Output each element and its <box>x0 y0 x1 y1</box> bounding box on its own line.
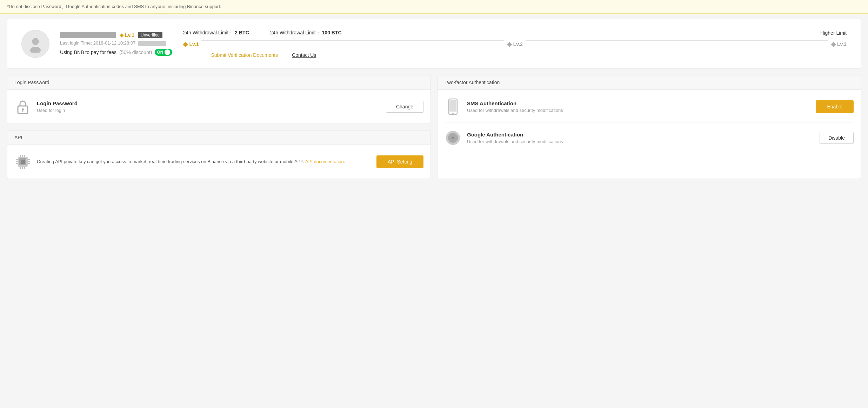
username-blurred <box>60 32 116 38</box>
chip-svg <box>14 153 31 170</box>
login-password-body: Login Password Used for login Change <box>7 90 430 123</box>
svg-rect-11 <box>28 159 30 160</box>
api-description: Creating API private key can get you acc… <box>37 158 371 166</box>
svg-rect-16 <box>24 155 25 157</box>
svg-rect-12 <box>28 161 30 162</box>
sms-auth-title: SMS Authentication <box>467 100 810 106</box>
bnb-fee-row: Using BNB to pay for fees (50% discount)… <box>60 49 172 56</box>
svg-rect-10 <box>16 163 18 164</box>
login-password-section: Login Password L <box>7 75 431 124</box>
level-text: Lv.1 <box>125 32 134 38</box>
progress-line-2 <box>526 40 828 41</box>
content-grid: Login Password L <box>7 75 861 179</box>
progress-line-1 <box>201 40 504 41</box>
api-desc-text: Creating API private key can get you acc… <box>37 159 304 164</box>
api-section: API <box>7 130 431 179</box>
api-text: Creating API private key can get you acc… <box>37 158 371 166</box>
api-header: API <box>7 131 430 145</box>
last-login: Last login Time: 2018-01-12 10:28:07 <box>60 40 172 46</box>
level-3-label: ◈ Lv.3 <box>831 40 847 48</box>
lv2-text: Lv.2 <box>513 41 523 47</box>
login-password-text: Login Password Used for login <box>37 100 380 113</box>
svg-rect-19 <box>24 167 25 169</box>
svg-point-0 <box>32 38 39 45</box>
two-factor-section: Two-factor Authentication SMS Authentica… <box>437 75 861 179</box>
submit-verification-link[interactable]: Submit Verification Documents <box>211 52 278 58</box>
avatar <box>21 30 49 58</box>
api-documentation-link[interactable]: API documentation <box>305 159 344 164</box>
login-password-header: Login Password <box>7 75 430 90</box>
lv2-limit: 24h Withdrawal Limit： 100 BTC <box>270 30 342 36</box>
svg-rect-8 <box>16 159 18 160</box>
change-password-button[interactable]: Change <box>386 101 423 113</box>
login-password-item: Login Password Used for login Change <box>14 98 423 115</box>
google-auth-title: Google Authentication <box>467 132 814 138</box>
login-password-title: Login Password <box>37 100 380 106</box>
sms-icon <box>445 98 461 115</box>
api-action: API Setting <box>376 155 423 168</box>
toggle-circle <box>165 49 170 55</box>
divider <box>445 122 854 122</box>
lv3-text: Lv.3 <box>837 41 847 47</box>
contact-us-link[interactable]: Contact Us <box>292 52 316 58</box>
discount-label: (50% discount) <box>119 49 152 55</box>
avatar-icon <box>27 35 44 53</box>
svg-rect-21 <box>449 100 456 112</box>
svg-rect-7 <box>21 160 25 164</box>
notice-text: *Do not disclose Password、Google Authent… <box>7 4 221 9</box>
diamond-gray-1-icon: ◈ <box>507 40 512 48</box>
svg-rect-17 <box>20 167 21 169</box>
bnb-fee-toggle[interactable]: ON <box>155 49 172 56</box>
level-1-label: ◆ Lv.1 <box>183 40 199 48</box>
sms-auth-desc: Used for withdrawals and security modifi… <box>467 108 810 113</box>
google-auth-item: Google Authentication Used for withdrawa… <box>445 129 854 146</box>
svg-rect-26 <box>452 138 454 139</box>
toggle-label: ON <box>157 50 163 55</box>
lv1-text: Lv.1 <box>189 41 199 47</box>
diamond-icon: ◆ <box>120 32 123 38</box>
google-auth-desc: Used for withdrawals and security modifi… <box>467 139 814 144</box>
level-2-label: ◈ Lv.2 <box>507 40 523 48</box>
profile-name-row: ◆ Lv.1 Unverified <box>60 32 172 38</box>
two-factor-body: SMS Authentication Used for withdrawals … <box>438 90 861 155</box>
svg-rect-18 <box>22 167 23 169</box>
svg-point-3 <box>22 108 24 111</box>
google-auth-svg <box>445 130 461 146</box>
level-3-node: ◈ Lv.3 <box>831 40 847 48</box>
svg-point-1 <box>30 47 41 53</box>
level-badge: ◆ Lv.1 <box>120 32 134 38</box>
sms-auth-item: SMS Authentication Used for withdrawals … <box>445 98 854 115</box>
higher-limit-label: Higher Limit <box>820 30 847 36</box>
svg-rect-14 <box>20 155 21 157</box>
sms-auth-action: Enable <box>816 100 854 113</box>
profile-info: ◆ Lv.1 Unverified Last login Time: 2018-… <box>60 32 172 56</box>
api-item: Creating API private key can get you acc… <box>14 153 423 170</box>
chip-icon <box>14 153 31 170</box>
level-progress: ◆ Lv.1 ◈ Lv.2 ◈ Lv.3 <box>183 40 847 48</box>
login-password-action: Change <box>386 101 423 113</box>
google-auth-action: Disable <box>820 132 854 144</box>
level-1-node: ◆ Lv.1 <box>183 40 199 48</box>
login-password-desc: Used for login <box>37 108 380 113</box>
svg-point-22 <box>452 113 454 114</box>
lv2-limit-value: 100 BTC <box>322 30 342 35</box>
phone-svg <box>446 98 460 115</box>
level-actions: Submit Verification Documents Contact Us <box>183 52 847 58</box>
left-column: Login Password L <box>7 75 431 179</box>
svg-rect-13 <box>28 163 30 164</box>
ip-blurred <box>138 41 166 46</box>
lv1-limit: 24h Withdrawal Limit： 2 BTC <box>183 30 249 36</box>
lock-icon <box>14 98 31 115</box>
lock-svg <box>16 99 30 114</box>
google-auth-icon <box>445 129 461 146</box>
google-disable-button[interactable]: Disable <box>820 132 854 144</box>
api-body: Creating API private key can get you acc… <box>7 145 430 179</box>
profile-card: ◆ Lv.1 Unverified Last login Time: 2018-… <box>7 19 861 69</box>
diamond-gray-2-icon: ◈ <box>831 40 836 48</box>
sms-enable-button[interactable]: Enable <box>816 100 854 113</box>
higher-limit: Higher Limit <box>820 30 847 36</box>
last-login-text: Last login Time: 2018-01-12 10:28:07 <box>60 40 135 46</box>
withdrawal-section: 24h Withdrawal Limit： 2 BTC 24h Withdraw… <box>183 30 847 58</box>
level-2-node: ◈ Lv.2 <box>507 40 523 48</box>
api-setting-button[interactable]: API Setting <box>376 155 423 168</box>
